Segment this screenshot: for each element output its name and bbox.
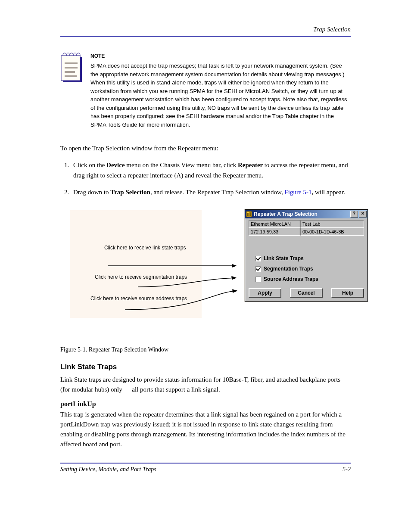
link-state-traps-checkbox[interactable] — [255, 256, 261, 261]
intro-text: To open the Trap Selection window from t… — [60, 143, 351, 153]
segmentation-traps-label: Segmentation Traps — [264, 266, 313, 272]
info-location: Test Lab — [300, 220, 364, 228]
help-titlebar-button[interactable]: ? — [350, 211, 358, 218]
info-ip: 172.19.59.33 — [249, 228, 300, 236]
svg-rect-9 — [249, 212, 251, 216]
annotation-link-state: Click here to receive link state traps — [104, 245, 186, 251]
step-1: Click on the Device menu on the Chassis … — [71, 160, 351, 180]
svg-rect-8 — [247, 213, 249, 216]
dialog-title: Repeater A Trap Selection — [254, 211, 349, 217]
footer-rule — [60, 463, 351, 464]
annotation-segmentation: Click here to receive segmentation traps — [95, 274, 187, 280]
page-footer: Setting Device, Module, and Port Traps 5… — [60, 466, 351, 473]
info-mac: 00-00-1D-1D-46-3B — [300, 228, 364, 236]
section-body-2: This trap is generated when the repeater… — [60, 410, 351, 450]
source-address-traps-label: Source Address Traps — [264, 276, 318, 282]
page-header-section: Trap Selection — [60, 26, 351, 33]
steps-list: Click on the Device menu on the Chassis … — [60, 160, 351, 197]
notepad-icon — [60, 52, 83, 83]
link-state-traps-row[interactable]: Link State Traps — [255, 255, 362, 261]
trap-selection-dialog: Repeater A Trap Selection ? ✕ Ethernet M… — [245, 209, 368, 302]
source-address-traps-row[interactable]: Source Address Traps — [255, 276, 362, 282]
annotation-source-address: Click here to receive source address tra… — [90, 296, 187, 302]
help-button[interactable]: Help — [331, 288, 364, 298]
footer-left: Setting Device, Module, and Port Traps — [60, 466, 156, 473]
close-titlebar-button[interactable]: ✕ — [359, 211, 367, 218]
segmentation-traps-checkbox[interactable] — [255, 266, 261, 272]
info-device-name: Ethernet MicroLAN — [249, 220, 300, 228]
svg-rect-7 — [246, 212, 252, 217]
section-subheading-portlinkup: portLinkUp — [60, 400, 351, 408]
note-block: NOTE SPMA does not accept the trap messa… — [60, 52, 351, 129]
app-icon — [246, 211, 252, 217]
figure-area: Click here to receive link state traps C… — [60, 209, 351, 339]
source-address-traps-checkbox[interactable] — [255, 277, 261, 282]
note-body: SPMA does not accept the trap messages; … — [90, 62, 351, 129]
step-2: Drag down to Trap Selection, and release… — [71, 187, 351, 197]
figure-caption: Figure 5-1. Repeater Trap Selection Wind… — [60, 346, 351, 353]
dialog-titlebar[interactable]: Repeater A Trap Selection ? ✕ — [245, 210, 367, 218]
header-rule — [60, 36, 351, 37]
dialog-info-grid: Ethernet MicroLAN Test Lab 172.19.59.33 … — [249, 220, 364, 236]
link-state-traps-label: Link State Traps — [264, 255, 304, 261]
footer-page-num: 5-2 — [342, 466, 351, 473]
section-heading-link-state: Link State Traps — [60, 363, 351, 371]
section-body-1: Link State traps are designed to provide… — [60, 375, 351, 395]
apply-button[interactable]: Apply — [249, 288, 281, 298]
note-label: NOTE — [90, 52, 351, 59]
segmentation-traps-row[interactable]: Segmentation Traps — [255, 266, 362, 272]
cancel-button[interactable]: Cancel — [290, 288, 323, 298]
annotation-panel: Click here to receive link state traps C… — [70, 210, 202, 318]
